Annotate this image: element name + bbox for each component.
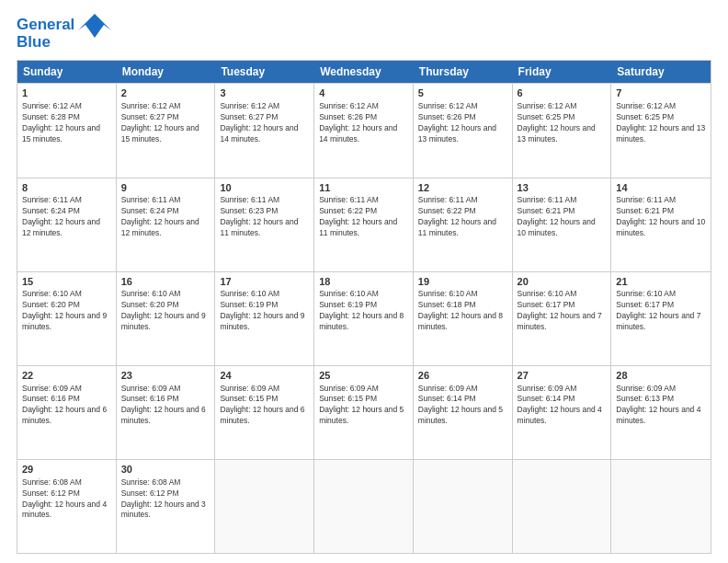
day-number: 6 — [518, 86, 607, 100]
day-number: 17 — [220, 275, 309, 289]
day-number: 14 — [616, 181, 706, 195]
day-cell-empty-4-5 — [513, 460, 612, 553]
day-number: 20 — [518, 275, 607, 289]
day-cell-11: 11Sunrise: 6:11 AMSunset: 6:22 PMDayligh… — [314, 178, 414, 271]
day-info: Sunrise: 6:12 AMSunset: 6:27 PMDaylight:… — [220, 101, 309, 145]
day-cell-30: 30Sunrise: 6:08 AMSunset: 6:12 PMDayligh… — [117, 460, 216, 553]
calendar-header: SundayMondayTuesdayWednesdayThursdayFrid… — [17, 61, 711, 83]
header-day-wednesday: Wednesday — [314, 61, 414, 83]
day-cell-27: 27Sunrise: 6:09 AMSunset: 6:14 PMDayligh… — [513, 366, 612, 459]
day-number: 12 — [418, 181, 507, 195]
day-info: Sunrise: 6:11 AMSunset: 6:21 PMDaylight:… — [518, 195, 607, 239]
header-day-friday: Friday — [513, 61, 612, 83]
day-cell-4: 4Sunrise: 6:12 AMSunset: 6:26 PMDaylight… — [314, 84, 414, 177]
day-cell-8: 8Sunrise: 6:11 AMSunset: 6:24 PMDaylight… — [17, 178, 117, 271]
day-info: Sunrise: 6:11 AMSunset: 6:24 PMDaylight:… — [22, 195, 111, 239]
day-cell-16: 16Sunrise: 6:10 AMSunset: 6:20 PMDayligh… — [117, 272, 216, 365]
day-cell-29: 29Sunrise: 6:08 AMSunset: 6:12 PMDayligh… — [17, 460, 117, 553]
day-info: Sunrise: 6:12 AMSunset: 6:25 PMDaylight:… — [518, 101, 607, 145]
day-info: Sunrise: 6:11 AMSunset: 6:24 PMDaylight:… — [121, 195, 210, 239]
day-number: 7 — [616, 86, 706, 100]
day-info: Sunrise: 6:09 AMSunset: 6:15 PMDaylight:… — [319, 384, 408, 428]
day-number: 1 — [22, 86, 111, 100]
day-number: 19 — [418, 275, 507, 289]
day-cell-1: 1Sunrise: 6:12 AMSunset: 6:28 PMDaylight… — [17, 84, 117, 177]
day-number: 30 — [121, 463, 210, 477]
day-number: 8 — [22, 181, 111, 195]
day-number: 9 — [121, 181, 210, 195]
calendar-row-5: 29Sunrise: 6:08 AMSunset: 6:12 PMDayligh… — [17, 459, 711, 553]
day-info: Sunrise: 6:12 AMSunset: 6:27 PMDaylight:… — [121, 101, 210, 145]
day-number: 21 — [616, 275, 706, 289]
day-info: Sunrise: 6:10 AMSunset: 6:17 PMDaylight:… — [518, 289, 607, 333]
day-number: 3 — [220, 86, 309, 100]
day-info: Sunrise: 6:11 AMSunset: 6:21 PMDaylight:… — [616, 195, 706, 239]
day-info: Sunrise: 6:08 AMSunset: 6:12 PMDaylight:… — [121, 477, 210, 522]
day-cell-empty-4-2 — [215, 460, 314, 553]
day-number: 13 — [518, 181, 607, 195]
day-number: 16 — [121, 275, 210, 289]
day-cell-15: 15Sunrise: 6:10 AMSunset: 6:20 PMDayligh… — [17, 272, 117, 365]
logo-icon — [78, 12, 111, 43]
calendar-body: 1Sunrise: 6:12 AMSunset: 6:28 PMDaylight… — [17, 83, 711, 553]
logo-general: General — [17, 16, 74, 33]
calendar: SundayMondayTuesdayWednesdayThursdayFrid… — [17, 60, 711, 554]
day-number: 28 — [616, 369, 706, 383]
day-info: Sunrise: 6:09 AMSunset: 6:16 PMDaylight:… — [121, 384, 210, 428]
header-day-saturday: Saturday — [611, 61, 711, 83]
calendar-row-2: 8Sunrise: 6:11 AMSunset: 6:24 PMDaylight… — [17, 178, 711, 271]
day-cell-9: 9Sunrise: 6:11 AMSunset: 6:24 PMDaylight… — [117, 178, 216, 271]
day-info: Sunrise: 6:12 AMSunset: 6:25 PMDaylight:… — [616, 101, 706, 145]
day-cell-3: 3Sunrise: 6:12 AMSunset: 6:27 PMDaylight… — [215, 84, 314, 177]
day-cell-25: 25Sunrise: 6:09 AMSunset: 6:15 PMDayligh… — [314, 366, 414, 459]
day-cell-23: 23Sunrise: 6:09 AMSunset: 6:16 PMDayligh… — [117, 366, 216, 459]
day-info: Sunrise: 6:11 AMSunset: 6:22 PMDaylight:… — [319, 195, 408, 239]
day-number: 27 — [518, 369, 607, 383]
day-number: 24 — [220, 369, 309, 383]
day-cell-19: 19Sunrise: 6:10 AMSunset: 6:18 PMDayligh… — [414, 272, 513, 365]
day-info: Sunrise: 6:12 AMSunset: 6:26 PMDaylight:… — [418, 101, 507, 145]
day-info: Sunrise: 6:09 AMSunset: 6:16 PMDaylight:… — [22, 384, 111, 428]
calendar-row-3: 15Sunrise: 6:10 AMSunset: 6:20 PMDayligh… — [17, 271, 711, 365]
day-info: Sunrise: 6:10 AMSunset: 6:19 PMDaylight:… — [319, 289, 408, 333]
logo-blue: Blue — [17, 33, 51, 51]
day-cell-10: 10Sunrise: 6:11 AMSunset: 6:23 PMDayligh… — [215, 178, 314, 271]
day-cell-5: 5Sunrise: 6:12 AMSunset: 6:26 PMDaylight… — [414, 84, 513, 177]
day-cell-12: 12Sunrise: 6:11 AMSunset: 6:22 PMDayligh… — [414, 178, 513, 271]
day-info: Sunrise: 6:10 AMSunset: 6:19 PMDaylight:… — [220, 289, 309, 333]
day-info: Sunrise: 6:12 AMSunset: 6:26 PMDaylight:… — [319, 101, 408, 145]
svg-marker-0 — [78, 14, 111, 38]
header-day-thursday: Thursday — [414, 61, 513, 83]
day-info: Sunrise: 6:12 AMSunset: 6:28 PMDaylight:… — [22, 101, 111, 145]
day-cell-6: 6Sunrise: 6:12 AMSunset: 6:25 PMDaylight… — [513, 84, 612, 177]
day-cell-empty-4-3 — [314, 460, 414, 553]
day-info: Sunrise: 6:10 AMSunset: 6:18 PMDaylight:… — [418, 289, 507, 333]
day-cell-13: 13Sunrise: 6:11 AMSunset: 6:21 PMDayligh… — [513, 178, 612, 271]
day-number: 18 — [319, 275, 408, 289]
day-info: Sunrise: 6:09 AMSunset: 6:14 PMDaylight:… — [518, 384, 607, 428]
day-info: Sunrise: 6:11 AMSunset: 6:23 PMDaylight:… — [220, 195, 309, 239]
day-cell-17: 17Sunrise: 6:10 AMSunset: 6:19 PMDayligh… — [215, 272, 314, 365]
day-number: 4 — [319, 86, 408, 100]
day-cell-24: 24Sunrise: 6:09 AMSunset: 6:15 PMDayligh… — [215, 366, 314, 459]
day-cell-20: 20Sunrise: 6:10 AMSunset: 6:17 PMDayligh… — [513, 272, 612, 365]
day-number: 11 — [319, 181, 408, 195]
day-info: Sunrise: 6:08 AMSunset: 6:12 PMDaylight:… — [22, 477, 111, 522]
calendar-row-1: 1Sunrise: 6:12 AMSunset: 6:28 PMDaylight… — [17, 83, 711, 177]
day-number: 29 — [22, 463, 111, 477]
day-cell-empty-4-4 — [414, 460, 513, 553]
day-cell-21: 21Sunrise: 6:10 AMSunset: 6:17 PMDayligh… — [611, 272, 711, 365]
day-cell-empty-4-6 — [611, 460, 711, 553]
day-cell-14: 14Sunrise: 6:11 AMSunset: 6:21 PMDayligh… — [611, 178, 711, 271]
day-info: Sunrise: 6:09 AMSunset: 6:15 PMDaylight:… — [220, 384, 309, 428]
day-number: 23 — [121, 369, 210, 383]
day-number: 5 — [418, 86, 507, 100]
logo: General Blue — [17, 17, 111, 51]
day-number: 26 — [418, 369, 507, 383]
day-info: Sunrise: 6:10 AMSunset: 6:17 PMDaylight:… — [616, 289, 706, 333]
day-cell-2: 2Sunrise: 6:12 AMSunset: 6:27 PMDaylight… — [117, 84, 216, 177]
day-number: 10 — [220, 181, 309, 195]
day-cell-18: 18Sunrise: 6:10 AMSunset: 6:19 PMDayligh… — [314, 272, 414, 365]
header-day-sunday: Sunday — [17, 61, 117, 83]
day-cell-26: 26Sunrise: 6:09 AMSunset: 6:14 PMDayligh… — [414, 366, 513, 459]
